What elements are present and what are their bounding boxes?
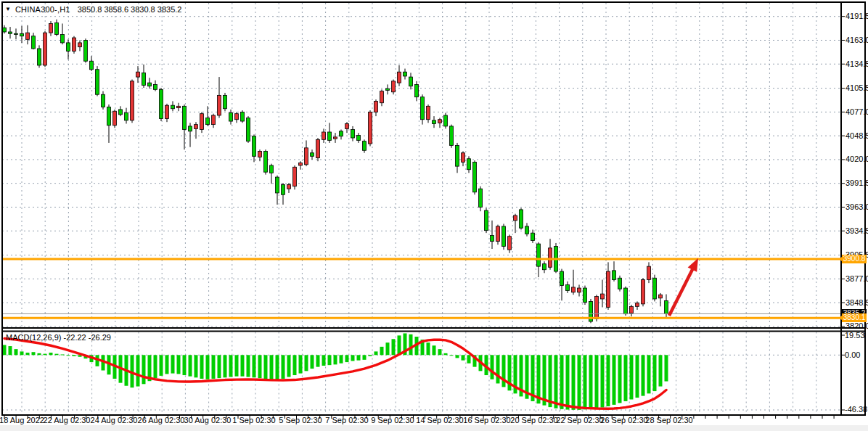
- macd-indicator: [3, 333, 668, 409]
- time-axis-label: 24 Aug 02:30: [91, 415, 138, 425]
- price-axis-label: 4191.5: [846, 12, 868, 21]
- price-axis-label: 4077.0: [846, 107, 868, 117]
- time-axis-label: 30 Aug 02:30: [184, 415, 232, 425]
- price-lines: [2, 259, 841, 318]
- macd-axis-label: 0.00: [845, 350, 860, 360]
- time-axis-label: 16 Sep 02:30: [463, 415, 510, 425]
- resistance-line-price-tag: 3900.8: [842, 255, 867, 263]
- price-axis-label: 3963.0: [846, 202, 868, 212]
- ohlc-values-label: 3850.8 3858.6 3830.8 3835.2: [78, 5, 182, 14]
- chart-window: ▼ CHINA300-,H1 3850.8 3858.6 3830.8 3835…: [0, 0, 868, 431]
- candlestick-series: [3, 20, 668, 324]
- time-axis-label: 26 Sep 02:30: [600, 415, 647, 425]
- support-line-price-tag: 3830.1: [842, 313, 867, 322]
- macd-axis-label: -46.38: [845, 405, 867, 414]
- price-axis-label: 3877.0: [846, 274, 868, 284]
- time-axis-label: 7 Sep 02:30: [325, 415, 368, 425]
- macd-values: -22.22 -26.29: [63, 333, 110, 342]
- price-axis-label: 3820.0: [846, 321, 868, 331]
- price-axis-label: 3934.5: [846, 226, 868, 236]
- price-axis-label: 4020.0: [846, 155, 868, 164]
- time-axis-label: 14 Sep 02:30: [416, 415, 463, 425]
- time-axis-label: 28 Sep 02:30: [645, 415, 692, 425]
- macd-axis-label: 19.53: [845, 331, 865, 340]
- price-axis-label: 4163.0: [846, 36, 868, 45]
- time-axis-label: 9 Sep 02:30: [371, 415, 414, 425]
- time-axis-label: 1 Sep 02:30: [232, 415, 275, 425]
- chart-canvas[interactable]: [0, 0, 868, 431]
- time-axis-label: 22 Aug 02:30: [44, 415, 91, 425]
- time-axis-label: 20 Sep 02:30: [510, 415, 557, 425]
- symbol-period-label: CHINA300-,H1: [15, 5, 70, 14]
- price-axis-label: 3848.5: [846, 298, 868, 308]
- time-axis-label: 18 Aug 2022: [0, 415, 44, 425]
- time-axis-label: 5 Sep 02:30: [279, 415, 322, 425]
- macd-name: MACD(12,26,9): [6, 333, 61, 342]
- window-bottom-strip: [0, 425, 868, 431]
- price-axis-label: 3991.5: [846, 178, 868, 188]
- symbol-dropdown-icon[interactable]: ▼: [5, 6, 11, 13]
- chart-title: ▼ CHINA300-,H1 3850.8 3858.6 3830.8 3835…: [5, 5, 181, 14]
- price-axis-label: 4048.5: [846, 131, 868, 141]
- macd-indicator-label: MACD(12,26,9) -22.22 -26.29: [6, 333, 111, 342]
- price-axis-label: 4134.5: [846, 59, 868, 69]
- trend-arrow: [669, 258, 698, 316]
- time-axis-label: 22 Sep 02:30: [556, 415, 603, 425]
- price-axis-label: 4105.5: [846, 83, 868, 93]
- time-axis-label: 26 Aug 02:30: [138, 415, 185, 425]
